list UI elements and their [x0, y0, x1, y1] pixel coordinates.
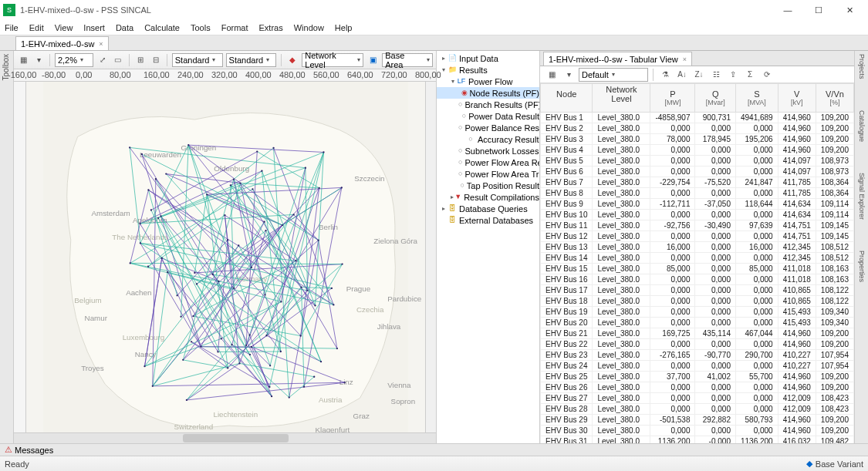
style2-combo[interactable]: Standard▾ — [226, 53, 277, 67]
table-row[interactable]: EHV Bus 10Level_380.00,0000,0000,000414,… — [541, 210, 854, 220]
style1-combo[interactable]: Standard▾ — [172, 53, 223, 67]
table-row[interactable]: EHV Bus 28Level_380.00,0000,0000,000412,… — [541, 404, 854, 415]
menu-extras[interactable]: Extras — [259, 23, 283, 32]
network-canvas[interactable]: LeeuwardenGroningenOldenburgAmsterdamApe… — [26, 82, 425, 432]
column-header[interactable]: S[MVA] — [735, 84, 778, 113]
menu-file[interactable]: File — [5, 23, 19, 32]
sort-asc-icon[interactable]: A↓ — [675, 68, 689, 82]
column-header[interactable]: P[MW] — [650, 84, 695, 113]
arrow-icon[interactable]: ▦ — [17, 53, 29, 67]
table-row[interactable]: EHV Bus 4Level_380.00,0000,0000,000414,9… — [541, 145, 854, 156]
twisty-icon[interactable]: ▾ — [449, 78, 457, 85]
menu-view[interactable]: View — [55, 23, 73, 32]
minimize-button[interactable]: — — [772, 1, 803, 19]
tree-item[interactable]: ○Subnetwork Losses Result — [437, 145, 539, 156]
table-row[interactable]: EHV Bus 15Level_380.085,0000,00085,00041… — [541, 264, 854, 274]
table-row[interactable]: EHV Bus 25Level_380.037,70041,00255,7004… — [541, 372, 854, 382]
tree-item[interactable]: ○Tap Position Result — [437, 180, 539, 191]
table-row[interactable]: EHV Bus 1Level_380.0-4858,907900,7314941… — [541, 113, 854, 123]
maximize-button[interactable]: ☐ — [803, 1, 834, 19]
dropdown-icon[interactable]: ▾ — [562, 68, 576, 82]
tree-item[interactable]: ▸🗄Database Queries — [437, 203, 539, 214]
table-row[interactable]: EHV Bus 16Level_380.00,0000,0000,000411,… — [541, 274, 854, 285]
close-icon[interactable]: × — [683, 56, 687, 63]
table-row[interactable]: EHV Bus 5Level_380.00,0000,0000,000414,0… — [541, 156, 854, 167]
zoom-region-icon[interactable]: ▭ — [112, 53, 124, 67]
dock-tab-properties[interactable]: Properties — [858, 251, 866, 282]
table-row[interactable]: EHV Bus 6Level_380.00,0000,0000,000414,0… — [541, 167, 854, 177]
dock-tab-projects[interactable]: Projects — [858, 54, 866, 79]
table-row[interactable]: EHV Bus 29Level_380.0-501,538292,882580,… — [541, 415, 854, 426]
tree-item[interactable]: 🗄External Databases — [437, 214, 539, 226]
menu-data[interactable]: Data — [116, 23, 133, 32]
table-row[interactable]: EHV Bus 22Level_380.00,0000,0000,000414,… — [541, 339, 854, 350]
tree-item[interactable]: ○Power Flow Area Transfer — [437, 168, 539, 180]
table-row[interactable]: EHV Bus 24Level_380.00,0000,0000,000410,… — [541, 361, 854, 372]
view-combo[interactable]: Default▾ — [579, 68, 648, 82]
tabular-tab[interactable]: 1-EHV-mixed--0-sw - Tabular View × — [543, 52, 692, 66]
menu-calculate[interactable]: Calculate — [144, 23, 180, 32]
menu-insert[interactable]: Insert — [83, 23, 105, 32]
column-header[interactable]: Node — [541, 84, 593, 113]
table-row[interactable]: EHV Bus 21Level_380.0169,725435,114467,0… — [541, 328, 854, 339]
table-row[interactable]: EHV Bus 27Level_380.00,0000,0000,000412,… — [541, 393, 854, 404]
tree-item[interactable]: ▾📁Results — [437, 64, 539, 76]
grid-icon[interactable]: ▦ — [545, 68, 559, 82]
dropdown-icon[interactable]: ▾ — [32, 53, 45, 67]
zoom-combo[interactable]: 2,2%▾ — [55, 53, 93, 67]
tree-item[interactable]: ▾LFPower Flow — [437, 76, 539, 87]
table-row[interactable]: EHV Bus 9Level_380.0-112,711-37,050118,6… — [541, 199, 854, 210]
tree-item[interactable]: ▸▼Result Compilations — [437, 191, 539, 203]
tree-item[interactable]: ○Power Flow Area Result — [437, 156, 539, 168]
sum-icon[interactable]: Σ — [743, 68, 757, 82]
menu-edit[interactable]: Edit — [29, 23, 44, 32]
table-row[interactable]: EHV Bus 20Level_380.00,0000,0000,000415,… — [541, 318, 854, 328]
scrollbar-horizontal[interactable] — [14, 432, 436, 443]
tree-item[interactable]: ▸📄Input Data — [437, 52, 539, 64]
results-table[interactable]: Node Network Level P[MW]Q[Mvar]S[MVA]V[k… — [540, 83, 854, 443]
area-combo[interactable]: Base Area▾ — [382, 53, 433, 67]
twisty-icon[interactable]: ▸ — [440, 205, 448, 212]
document-tab[interactable]: 1-EHV-mixed--0-sw × — [15, 36, 109, 50]
zoom-fit-icon[interactable]: ⤢ — [96, 53, 109, 67]
filter-icon[interactable]: ⚗ — [658, 68, 672, 82]
table-row[interactable]: EHV Bus 19Level_380.00,0000,0000,000415,… — [541, 307, 854, 318]
tool-icon[interactable]: ⊞ — [134, 53, 147, 67]
table-row[interactable]: EHV Bus 23Level_380.0-276,165-90,770290,… — [541, 350, 854, 361]
scrollbar-vertical[interactable] — [425, 82, 436, 432]
table-row[interactable]: EHV Bus 13Level_380.016,0000,00016,00041… — [541, 242, 854, 253]
column-header[interactable]: Network Level — [593, 84, 650, 113]
dock-tab-signal-explorer[interactable]: Signal Explorer — [858, 173, 866, 220]
export-icon[interactable]: ⇪ — [726, 68, 740, 82]
close-icon[interactable]: × — [99, 40, 103, 48]
column-header[interactable]: Q[Mvar] — [695, 84, 735, 113]
table-row[interactable]: EHV Bus 18Level_380.00,0000,0000,000410,… — [541, 296, 854, 307]
network-level-combo[interactable]: Network Level▾ — [302, 53, 363, 67]
table-row[interactable]: EHV Bus 17Level_380.00,0000,0000,000410,… — [541, 285, 854, 296]
close-button[interactable]: ✕ — [834, 1, 865, 19]
area-icon[interactable]: ▣ — [366, 53, 379, 67]
tree-item[interactable]: ○Power Balance Result — [437, 122, 539, 133]
menu-help[interactable]: Help — [335, 23, 353, 32]
table-row[interactable]: EHV Bus 26Level_380.00,0000,0000,000414,… — [541, 382, 854, 393]
messages-tab[interactable]: Messages — [15, 446, 53, 455]
refresh-icon[interactable]: ⟳ — [760, 68, 774, 82]
sort-desc-icon[interactable]: Z↓ — [692, 68, 706, 82]
table-row[interactable]: EHV Bus 8Level_380.00,0000,0000,000411,7… — [541, 188, 854, 199]
table-row[interactable]: EHV Bus 12Level_380.00,0000,0000,000414,… — [541, 231, 854, 242]
column-header[interactable]: V[kV] — [778, 84, 816, 113]
column-header[interactable]: V/Vn[%] — [816, 84, 853, 113]
table-row[interactable]: EHV Bus 14Level_380.00,0000,0000,000412,… — [541, 253, 854, 264]
table-row[interactable]: EHV Bus 3Level_380.078,000178,945195,206… — [541, 134, 854, 145]
table-row[interactable]: EHV Bus 7Level_380.0-229,754-75,520241,8… — [541, 177, 854, 188]
tree-item[interactable]: ◉Node Results (PF) — [437, 87, 539, 99]
menu-tools[interactable]: Tools — [191, 23, 211, 32]
dock-tab-catalogue[interactable]: Catalogue — [858, 110, 866, 142]
table-row[interactable]: EHV Bus 31Level_380.01136,200-0,0001136,… — [541, 436, 854, 444]
palette-icon[interactable]: ◆ — [286, 53, 299, 67]
twisty-icon[interactable]: ▸ — [440, 55, 448, 62]
tool2-icon[interactable]: ⊟ — [150, 53, 162, 67]
tree-item[interactable]: ○Accuracy Result — [437, 133, 539, 145]
twisty-icon[interactable]: ▸ — [449, 193, 454, 200]
tree-item[interactable]: ○Branch Results (PF) — [437, 99, 539, 110]
